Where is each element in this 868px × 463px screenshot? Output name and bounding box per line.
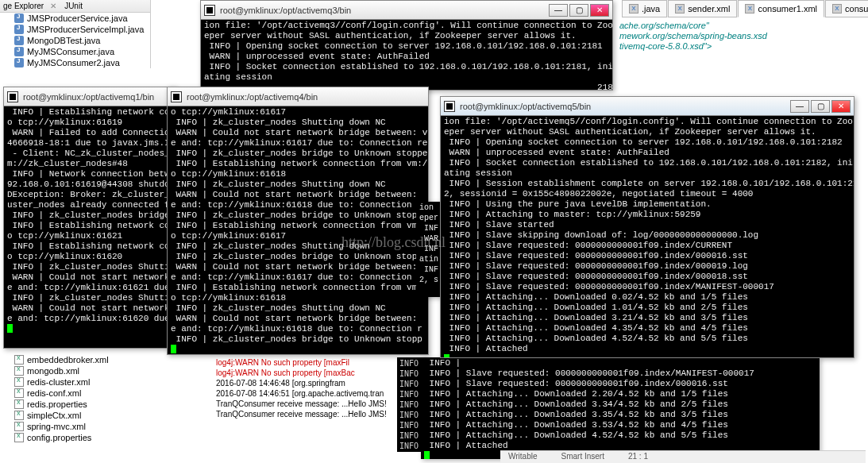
editor-tab[interactable]: Xconsumer2.	[825, 0, 868, 17]
java-file-icon	[14, 14, 24, 23]
terminal-output[interactable]: ion file: '/opt/activemq5//conf/login.co…	[441, 116, 854, 357]
project-file-item[interactable]: redis-conf.xml	[0, 388, 151, 399]
file-label: embeddedbroker.xml	[27, 355, 109, 365]
terminal-activemq4[interactable]: root@ymklinux:/opt/activemq4/bin o tcp:/…	[167, 87, 429, 355]
terminal-output[interactable]: INFO | Establishing network co o tcp://y…	[4, 106, 176, 348]
terminal-activemq3[interactable]: root@ymklinux:/opt/activemq3/bin — ▢ ✕ i…	[200, 0, 613, 91]
file-icon	[14, 377, 24, 387]
java-file-item[interactable]: MongoDBTest.java	[0, 35, 150, 46]
java-file-icon	[14, 58, 24, 68]
terminal-output[interactable]: o tcp://ymklinux:61617 INFO | zk_cluster…	[168, 106, 428, 354]
file-label: spring-mvc.xml	[27, 422, 86, 431]
package-explorer-header: ge Explorer ✕ JUnit	[0, 0, 150, 13]
putty-icon	[171, 91, 182, 102]
file-label: redis-cluster.xml	[27, 377, 90, 387]
xml-file-icon: X	[675, 4, 685, 14]
tab-label: consumer2.	[845, 4, 868, 14]
status-writable: Writable	[508, 452, 538, 462]
minimize-button[interactable]: —	[790, 100, 809, 113]
xml-file-icon: X	[629, 4, 638, 14]
terminal-title: root@ymklinux:/opt/activemq5/bin	[460, 102, 785, 111]
project-file-item[interactable]: mongodb.xml	[0, 365, 151, 376]
editor-tab-bar: X.javaXsender.xmlXconsumer1.xmlXconsumer…	[622, 0, 868, 17]
project-file-item[interactable]: redis.properties	[0, 399, 151, 410]
file-icon	[14, 355, 24, 365]
package-explorer-title: ge Explorer	[3, 2, 44, 10]
java-file-item[interactable]: JMSProducerService.java	[0, 13, 150, 24]
file-label: simpleCtx.xml	[27, 411, 81, 420]
project-file-item[interactable]: embeddedbroker.xml	[0, 354, 151, 365]
xml-file-icon: X	[832, 4, 842, 14]
java-file-icon	[14, 25, 24, 34]
terminal-titlebar[interactable]: root@ymklinux:/opt/activemq3/bin — ▢ ✕	[201, 1, 612, 20]
file-label: JMSProducerService.java	[27, 14, 128, 23]
file-icon	[14, 388, 24, 398]
junit-tab[interactable]: JUnit	[64, 2, 83, 10]
file-label: MongoDBTest.java	[27, 36, 100, 45]
file-icon	[14, 399, 24, 409]
java-file-icon	[14, 47, 24, 56]
java-file-item[interactable]: MyJMSConsumer.java	[0, 46, 150, 57]
xml-file-icon: X	[745, 4, 754, 14]
putty-icon	[204, 5, 215, 16]
file-label: config.properties	[27, 433, 91, 442]
project-files-list: embeddedbroker.xmlmongodb.xmlredis-clust…	[0, 354, 151, 443]
tab-label: consumer1.xml	[758, 4, 817, 14]
file-label: MyJMSConsumer2.java	[27, 58, 120, 68]
terminal-title: root@ymklinux:/opt/activemq4/bin	[187, 92, 425, 102]
file-label: JMSProducerServiceImpl.java	[27, 25, 144, 34]
file-icon	[14, 422, 24, 431]
terminal-activemq1[interactable]: root@ymklinux:/opt/activemq1/bin INFO | …	[3, 87, 176, 349]
project-file-item[interactable]: redis-cluster.xml	[0, 376, 151, 388]
java-file-item[interactable]: MyJMSConsumer2.java	[0, 57, 150, 68]
file-label: MyJMSConsumer.java	[27, 47, 114, 56]
status-bar: Writable Smart Insert 21 : 1	[500, 450, 866, 463]
terminal-titlebar[interactable]: root@ymklinux:/opt/activemq1/bin	[4, 87, 176, 106]
editor-content-fragment: ache.org/schema/core" mework.org/schema/…	[619, 21, 767, 52]
package-explorer: ge Explorer ✕ JUnit JMSProducerService.j…	[0, 0, 151, 68]
tab-label: .java	[642, 4, 660, 14]
file-icon	[14, 366, 24, 376]
file-label: mongodb.xml	[27, 366, 79, 376]
close-button[interactable]: ✕	[831, 100, 851, 113]
terminal-titlebar[interactable]: root@ymklinux:/opt/activemq5/bin — ▢ ✕	[441, 97, 854, 116]
project-file-item[interactable]: config.properties	[0, 432, 151, 443]
java-file-icon	[14, 36, 24, 45]
close-button[interactable]: ✕	[590, 4, 609, 17]
file-icon	[14, 411, 24, 420]
minimize-button[interactable]: —	[549, 4, 568, 17]
file-label: redis-conf.xml	[27, 388, 81, 398]
status-cursor-pos: 21 : 1	[628, 452, 648, 462]
terminal-output[interactable]: INFO | INFO | Slave requested: 000000000…	[421, 357, 820, 459]
project-file-item[interactable]: spring-mvc.xml	[0, 421, 151, 432]
terminal-output[interactable]: ion file: '/opt/activemq3//conf/login.co…	[201, 20, 612, 90]
terminal-title: root@ymklinux:/opt/activemq1/bin	[23, 92, 172, 102]
putty-icon	[7, 91, 18, 102]
maximize-button[interactable]: ▢	[569, 4, 588, 17]
editor-tab[interactable]: Xconsumer1.xml	[738, 0, 824, 17]
maximize-button[interactable]: ▢	[811, 100, 830, 113]
java-file-item[interactable]: JMSProducerServiceImpl.java	[0, 24, 150, 35]
terminal-title: root@ymklinux:/opt/activemq3/bin	[220, 6, 544, 15]
tab-label: sender.xml	[688, 4, 730, 14]
editor-tab[interactable]: X.java	[622, 0, 667, 17]
putty-icon	[444, 101, 455, 112]
terminal-titlebar[interactable]: root@ymklinux:/opt/activemq4/bin	[168, 87, 428, 106]
file-label: redis.properties	[27, 399, 87, 409]
file-icon	[14, 433, 24, 442]
project-file-item[interactable]: simpleCtx.xml	[0, 410, 151, 421]
editor-tab[interactable]: Xsender.xml	[668, 0, 737, 17]
status-insert: Smart Insert	[561, 452, 604, 462]
terminal-activemq5[interactable]: root@ymklinux:/opt/activemq5/bin — ▢ ✕ i…	[440, 96, 854, 358]
terminal-bottom-fragment[interactable]: INFO | INFO | Slave requested: 000000000…	[421, 357, 820, 459]
